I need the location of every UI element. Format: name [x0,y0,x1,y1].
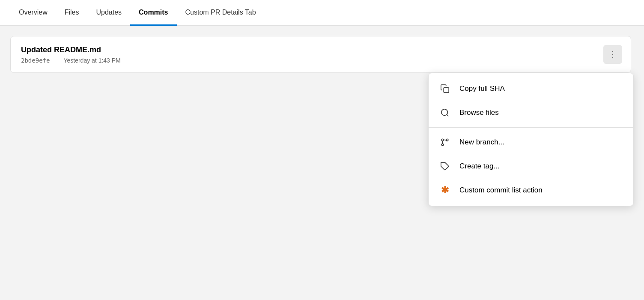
commit-title: Updated README.md [21,45,121,54]
commit-meta: 2bde9efe Yesterday at 1:43 PM [21,57,121,64]
commit-sha: 2bde9efe [21,57,50,64]
svg-point-1 [441,109,448,116]
search-icon [439,107,451,119]
commit-card: Updated README.md 2bde9efe Yesterday at … [10,36,631,73]
custom-star-icon: ✱ [439,184,451,196]
menu-label-create-tag: Create tag... [459,162,500,171]
copy-icon [439,83,451,95]
main-content: Updated README.md 2bde9efe Yesterday at … [0,26,644,83]
menu-item-create-tag[interactable]: Create tag... [429,154,633,178]
branch-icon [439,136,451,148]
more-actions-button[interactable]: ⋮ [603,45,622,64]
commit-info: Updated README.md 2bde9efe Yesterday at … [21,45,121,64]
menu-label-new-branch: New branch... [459,138,504,147]
menu-divider [429,127,633,128]
svg-rect-0 [444,87,449,93]
menu-item-copy-sha[interactable]: Copy full SHA [429,77,633,101]
commit-time: Yesterday at 1:43 PM [63,57,120,64]
tab-updates[interactable]: Updates [87,0,130,26]
tab-commits[interactable]: Commits [130,0,176,26]
tab-custom-pr-details[interactable]: Custom PR Details Tab [177,0,265,26]
menu-item-new-branch[interactable]: New branch... [429,130,633,154]
menu-label-custom-action: Custom commit list action [459,186,543,195]
tab-overview[interactable]: Overview [10,0,56,26]
svg-point-5 [441,144,444,146]
menu-label-copy-sha: Copy full SHA [459,84,505,93]
tag-icon [439,160,451,172]
tab-files[interactable]: Files [56,0,88,26]
tabs-bar: Overview Files Updates Commits Custom PR… [0,0,644,26]
menu-label-browse-files: Browse files [459,108,499,117]
menu-item-custom-action[interactable]: ✱ Custom commit list action [429,178,633,202]
ellipsis-icon: ⋮ [608,50,617,59]
svg-point-3 [441,139,444,141]
svg-line-2 [447,114,448,116]
context-menu: Copy full SHA Browse files [428,73,634,206]
menu-item-browse-files[interactable]: Browse files [429,101,633,125]
